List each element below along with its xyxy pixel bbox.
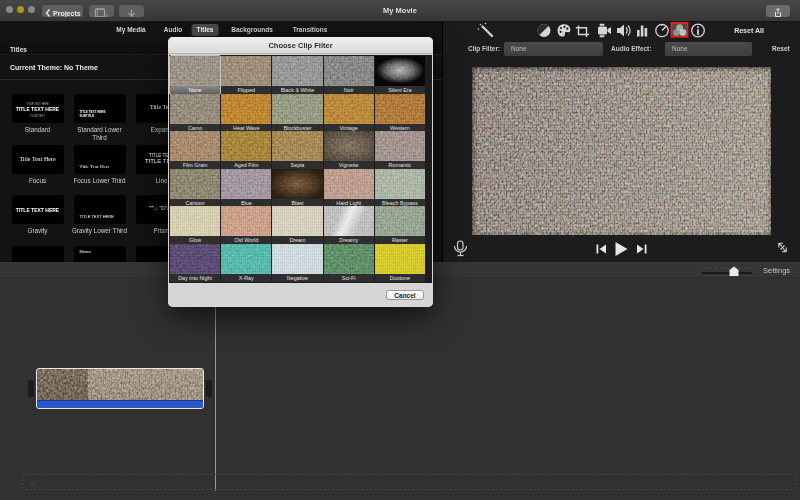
svg-text:♫: ♫ <box>29 478 35 488</box>
svg-text:Reset All: Reset All <box>734 27 764 34</box>
